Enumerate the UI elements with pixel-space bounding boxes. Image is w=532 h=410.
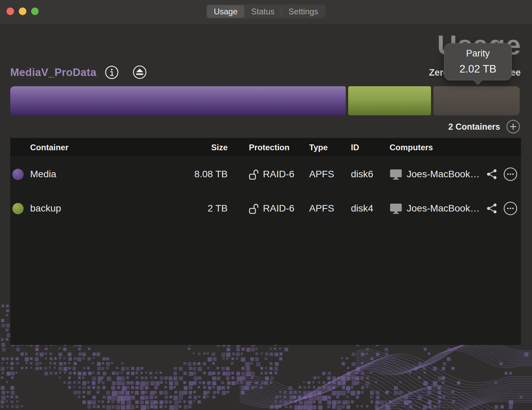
volume-name: MediaV_ProData [10,66,97,79]
fs-type: APFS [309,191,334,226]
protection-level: RAID-6 [263,203,294,214]
zoom-window-button[interactable] [31,8,39,15]
disk-id: disk4 [351,191,373,226]
close-window-button[interactable] [7,8,14,15]
container-size: 8.08 TB [145,157,228,191]
tooltip-title: Parity [444,48,511,59]
tab-usage[interactable]: Usage [207,5,244,18]
computer-icon [390,203,402,214]
tab-settings[interactable]: Settings [282,5,325,18]
minimize-window-button[interactable] [19,8,26,15]
column-header-size: Size [157,138,228,157]
protection-level: RAID-6 [263,169,294,180]
computer-icon [390,169,402,180]
containers-count-label: 2 Containers [448,122,500,132]
table-row-media[interactable]: Media 8.08 TB RAID-6 APFS disk6 Joes-Mac… [10,157,521,191]
table-header: Container Size Protection Type ID Comput… [10,138,521,157]
usage-bar [10,86,520,115]
containers-summary: 2 Containers [448,119,520,134]
more-options-icon[interactable] [503,167,518,181]
column-header-computers: Computers [390,138,433,157]
column-header-container: Container [30,138,68,157]
lock-open-icon [249,169,258,180]
lock-open-icon [249,203,258,214]
disk-id: disk6 [351,157,373,191]
container-color-dot [12,169,24,180]
container-name: Media [30,157,56,191]
fs-type: APFS [309,157,334,191]
usage-segment-backup[interactable] [348,86,431,115]
column-header-type: Type [309,138,328,157]
eject-icon[interactable] [132,65,147,79]
usage-segment-parity[interactable] [433,86,520,115]
more-options-icon[interactable] [503,201,518,216]
usage-summary-text-right: ee [510,67,521,78]
app-window: { "titlebar": { "tabs": [ { "label": "Us… [0,0,532,410]
parity-tooltip: Parity 2.02 TB [444,43,512,80]
container-color-dot [12,203,24,214]
tooltip-pointer [472,74,484,85]
tab-status[interactable]: Status [244,5,281,18]
computer-name: Joes-MacBook… [407,203,480,214]
add-container-icon[interactable] [506,119,520,134]
container-size: 2 TB [145,191,228,226]
titlebar: Usage Status Settings [0,0,532,25]
info-icon[interactable] [105,65,119,79]
view-segmented-control: Usage Status Settings [206,4,326,18]
containers-table: Container Size Protection Type ID Comput… [10,138,521,345]
tooltip-value: 2.02 TB [444,63,511,75]
table-row-backup[interactable]: backup 2 TB RAID-6 APFS disk4 Joes-MacBo… [10,191,521,226]
usage-segment-media[interactable] [10,86,346,115]
computer-name: Joes-MacBook… [407,169,480,180]
column-header-protection: Protection [249,138,290,157]
column-header-id: ID [351,138,359,157]
share-icon[interactable] [486,168,498,180]
container-name: backup [30,191,61,226]
share-icon[interactable] [486,203,498,214]
